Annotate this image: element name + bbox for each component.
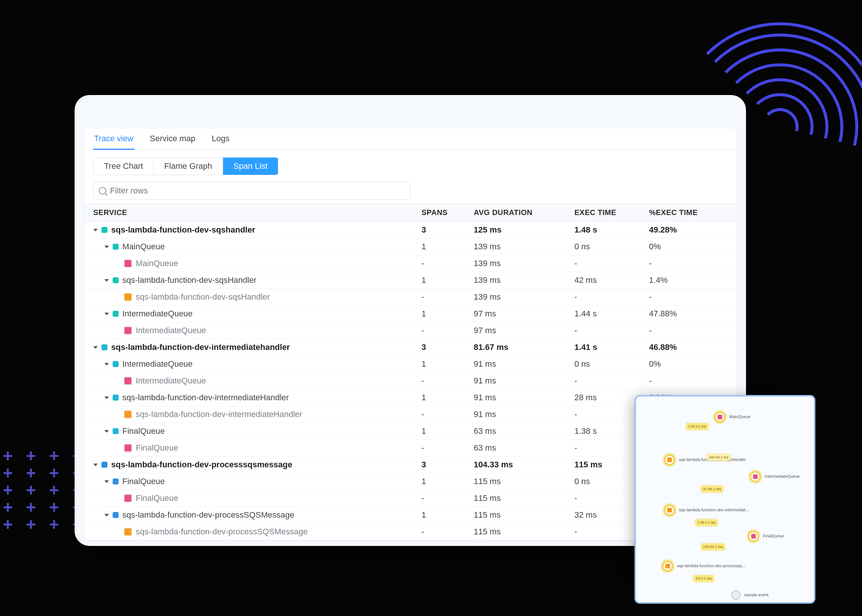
filter-rows-input[interactable] xyxy=(110,186,405,196)
expand-chevron-icon[interactable] xyxy=(104,430,109,433)
mm-node-finalqueue xyxy=(748,531,759,542)
table-row[interactable]: sqs-lambda-function-dev-sqsHandler1139 m… xyxy=(84,272,736,289)
tab-service-map[interactable]: Service map xyxy=(149,129,196,149)
mm-edge-chip: 91 ms 1 req xyxy=(701,486,723,492)
cell-exec: - xyxy=(574,292,649,302)
cell-spans: - xyxy=(421,527,474,537)
mm-node-processsqs xyxy=(662,561,673,572)
mm-node-intermediatequeue xyxy=(750,471,761,482)
expand-chevron-icon[interactable] xyxy=(93,346,98,349)
cell-avg: 115 ms xyxy=(474,510,574,520)
cell-spans: - xyxy=(421,410,474,419)
expand-chevron-icon[interactable] xyxy=(104,396,109,399)
service-dot-icon xyxy=(113,394,118,401)
mm-edge-chip: 1.44 s 1 req xyxy=(686,423,708,430)
cell-spans: - xyxy=(421,292,474,302)
service-map-thumbnail[interactable]: MainQueue 1.44 s 1 req sqs-lambda-functi… xyxy=(635,395,815,604)
service-dot-icon xyxy=(113,428,118,434)
filter-rows-input-wrap xyxy=(93,182,410,200)
view-mode-tabs: Tree ChartFlame GraphSpan List xyxy=(93,157,278,175)
service-cell: sqs-lambda-function-dev-sqshandler xyxy=(93,225,421,235)
cell-avg: 63 ms xyxy=(474,443,574,453)
cell-avg: 139 ms xyxy=(474,259,574,268)
table-row[interactable]: sqs-lambda-function-dev-sqshandler3125 m… xyxy=(84,222,736,239)
col-service[interactable]: SERVICE xyxy=(93,208,421,217)
cell-avg: 104.33 ms xyxy=(474,460,574,470)
expand-chevron-icon[interactable] xyxy=(104,514,109,517)
cell-spans: 1 xyxy=(421,275,474,285)
mm-node-mainqueue xyxy=(714,412,725,423)
cell-avg: 81.67 ms xyxy=(474,343,574,352)
table-row[interactable]: MainQueue-139 ms-- xyxy=(84,255,736,272)
cell-avg: 139 ms xyxy=(474,275,574,285)
mm-node-label: MainQueue xyxy=(729,414,750,419)
table-row[interactable]: IntermediateQueue197 ms1.44 s47.88% xyxy=(84,306,736,322)
tab-logs[interactable]: Logs xyxy=(211,129,230,149)
mm-node-label: sample.event xyxy=(744,592,768,597)
service-cell: IntermediateQueue xyxy=(93,309,421,319)
cell-spans: 1 xyxy=(421,393,474,402)
cell-exec: 0 ns xyxy=(574,359,649,369)
cell-spans: 1 xyxy=(421,510,474,520)
table-row[interactable]: IntermediateQueue191 ms0 ns0% xyxy=(84,356,736,372)
col-exec[interactable]: EXEC TIME xyxy=(574,208,649,217)
expand-chevron-icon[interactable] xyxy=(104,245,109,248)
cell-avg: 115 ms xyxy=(474,477,574,486)
table-row[interactable]: IntermediateQueue-91 ms-- xyxy=(84,372,736,390)
service-name: FinalQueue xyxy=(136,493,178,503)
expand-chevron-icon[interactable] xyxy=(104,480,109,483)
cell-avg: 91 ms xyxy=(474,376,574,386)
col-spans[interactable]: SPANS xyxy=(421,208,474,217)
expand-chevron-icon[interactable] xyxy=(93,229,98,231)
service-cell: FinalQueue xyxy=(93,443,421,453)
cell-pct: 47.88% xyxy=(649,309,731,319)
cell-exec: 1.44 s xyxy=(574,309,649,319)
col-avg[interactable]: AVG DURATION xyxy=(474,208,574,217)
service-dot-icon xyxy=(101,227,107,233)
cell-spans: - xyxy=(421,326,474,335)
col-pct[interactable]: %EXEC TIME xyxy=(649,208,731,217)
lambda-icon xyxy=(124,528,132,536)
mm-node-sqshandler xyxy=(664,454,675,465)
service-name: sqs-lambda-function-dev-sqshandler xyxy=(111,225,255,235)
cell-pct: 0% xyxy=(649,359,731,369)
subtab-span-list[interactable]: Span List xyxy=(223,158,278,175)
expand-chevron-icon[interactable] xyxy=(93,464,98,466)
service-cell: sqs-lambda-function-dev-processSQSMessag… xyxy=(93,527,421,537)
service-dot-icon xyxy=(113,478,118,484)
service-name: IntermediateQueue xyxy=(122,359,192,369)
table-row[interactable]: sqs-lambda-function-dev-sqsHandler-139 m… xyxy=(84,289,736,306)
cell-spans: - xyxy=(421,376,474,386)
cell-avg: 115 ms xyxy=(474,493,574,503)
tab-trace-view[interactable]: Trace view xyxy=(93,129,134,150)
cell-avg: 97 ms xyxy=(474,309,574,319)
table-row[interactable]: sqs-lambda-function-dev-intermediatehand… xyxy=(84,339,736,356)
cell-avg: 97 ms xyxy=(474,326,574,335)
cell-exec: 1.41 s xyxy=(574,343,649,352)
service-dot-icon xyxy=(101,344,107,350)
service-name: sqs-lambda-function-dev-intermediateHand… xyxy=(136,410,302,419)
expand-chevron-icon[interactable] xyxy=(104,363,109,366)
cell-pct: 46.88% xyxy=(649,343,731,352)
service-cell: IntermediateQueue xyxy=(93,376,421,386)
expand-chevron-icon[interactable] xyxy=(104,279,109,282)
main-tabs: Trace viewService mapLogs xyxy=(84,129,736,150)
cell-spans: 1 xyxy=(421,426,474,436)
subtab-tree-chart[interactable]: Tree Chart xyxy=(94,158,154,175)
table-row[interactable]: MainQueue1139 ms0 ns0% xyxy=(84,239,736,255)
mm-node-intermediatehandler xyxy=(664,504,675,516)
service-cell: sqs-lambda-function-dev-processsqsmessag… xyxy=(93,460,421,470)
table-row[interactable]: IntermediateQueue-97 ms-- xyxy=(84,322,736,339)
service-dot-icon xyxy=(113,512,118,518)
service-dot-icon xyxy=(113,361,118,367)
subtab-flame-graph[interactable]: Flame Graph xyxy=(154,158,223,175)
mm-node-label: IntermediateQueue xyxy=(765,474,800,478)
service-cell: sqs-lambda-function-dev-sqsHandler xyxy=(93,292,421,302)
cell-pct: - xyxy=(649,376,731,386)
expand-chevron-icon[interactable] xyxy=(104,313,109,315)
service-name: IntermediateQueue xyxy=(136,326,206,335)
service-name: IntermediateQueue xyxy=(136,376,206,386)
cell-avg: 139 ms xyxy=(474,242,574,251)
service-cell: sqs-lambda-function-dev-intermediateHand… xyxy=(93,393,421,402)
cell-exec: 1.48 s xyxy=(574,225,649,235)
